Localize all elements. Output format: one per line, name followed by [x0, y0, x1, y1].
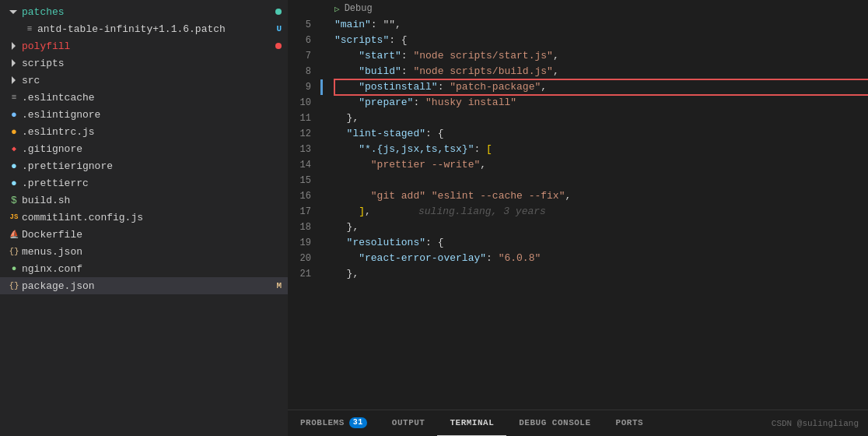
sidebar-item-eslintignore[interactable]: ● .eslintignore [0, 106, 288, 123]
line-gutter-13 [320, 142, 334, 157]
line-number-7: 7 [288, 48, 320, 64]
line-content-14: "prettier --write", [334, 157, 868, 173]
sidebar-item-gitignore[interactable]: ◆ .gitignore [0, 140, 288, 157]
sidebar: patches ≡ antd-table-infinity+1.1.6.patc… [0, 0, 288, 436]
sidebar-item-eslintcache[interactable]: ≡ .eslintcache [0, 89, 288, 106]
line-content-11: }, [334, 111, 868, 126]
token: "patch-package" [450, 81, 541, 93]
token: : { [389, 34, 407, 46]
file-diamond-icon: ◆ [6, 144, 22, 153]
sidebar-item-prettierignore[interactable]: ● .prettierignore [0, 157, 288, 174]
token: "node scripts/start.js" [413, 50, 552, 62]
tab-debug-console[interactable]: DEBUG CONSOLE [506, 410, 603, 436]
chevron-right-icon [6, 42, 22, 50]
line-gutter-7 [320, 48, 334, 64]
code-line-5: 5 "main": "", [288, 17, 868, 33]
token: , [365, 206, 371, 217]
line-content-7: "start": "node scripts/start.js", [334, 48, 868, 64]
code-line-20: 20 "react-error-overlay": "6.0.8" [288, 251, 868, 266]
sidebar-label-prettierignore: .prettierignore [22, 160, 282, 172]
token: "6.0.8" [499, 252, 541, 264]
bottom-panel: PROBLEMS 31 OUTPUT TERMINAL DEBUG CONSOL… [288, 410, 868, 436]
tab-terminal[interactable]: TERMINAL [437, 410, 506, 436]
tab-output[interactable]: OUTPUT [380, 410, 438, 436]
csdn-label: CSDN @sulingliang [772, 419, 859, 428]
line-gutter-16 [320, 188, 334, 204]
sidebar-item-packagejson[interactable]: {} package.json M [0, 277, 288, 294]
line-content-16: "git add" [334, 188, 868, 204]
line-content-20: "react-error-overlay": "6.0.8" [334, 251, 868, 266]
sidebar-item-patches[interactable]: patches [0, 3, 288, 20]
sidebar-item-buildsh[interactable]: $ build.sh [0, 192, 288, 209]
token: , [553, 50, 559, 62]
file-docker-icon: ⛵ [6, 230, 22, 239]
sidebar-item-patch-file[interactable]: ≡ antd-table-infinity+1.1.6.patch U [0, 20, 288, 37]
line-number-15: 15 [288, 173, 320, 188]
sidebar-label-nginxconf: nginx.conf [22, 263, 282, 275]
chevron-right-icon-src [6, 76, 22, 84]
code-line-10: 10 "prepare": "husky install" [288, 95, 868, 111]
token: "resolutions" [334, 237, 425, 248]
line-gutter-20 [320, 251, 334, 266]
code-line-18: 18 }, [288, 220, 868, 235]
sidebar-item-polyfill[interactable]: polyfill [0, 37, 288, 54]
tab-ports[interactable]: PORTS [604, 410, 656, 436]
chevron-down-icon [6, 10, 22, 14]
token: "main" [334, 19, 371, 30]
token: : [401, 65, 414, 77]
line-gutter-11 [320, 111, 334, 126]
sidebar-item-eslintrc[interactable]: ● .eslintrc.js [0, 123, 288, 140]
tab-problems[interactable]: PROBLEMS 31 [288, 410, 380, 436]
sidebar-label-dockerfile: Dockerfile [22, 229, 282, 241]
code-line-13: 13 "*.{js,jsx,ts,tsx}": [ [288, 142, 868, 157]
line-gutter-10 [320, 95, 334, 111]
token: : [486, 252, 499, 264]
token: "husky install" [425, 97, 516, 108]
line-content-19: "resolutions": { [334, 235, 868, 251]
line-content-9: "postinstall": "patch-package", [334, 79, 868, 95]
sidebar-item-src[interactable]: src [0, 72, 288, 89]
token: }, [334, 268, 359, 280]
code-line-16: 16 "git add" [288, 188, 868, 204]
line-gutter-8 [320, 64, 334, 79]
line-content-17: ], [334, 204, 868, 220]
sidebar-item-prettierrc[interactable]: ● .prettierrc [0, 174, 288, 192]
line-gutter-5 [320, 17, 334, 33]
sidebar-item-dockerfile[interactable]: ⛵ Dockerfile [0, 226, 288, 243]
sidebar-item-scripts[interactable]: scripts [0, 54, 288, 72]
sidebar-item-nginxconf[interactable]: ● nginx.conf [0, 260, 288, 277]
line-content-10: "prepare": "husky install" [334, 95, 868, 111]
file-gray-icon: ● [6, 160, 22, 172]
sidebar-label-eslintignore: .eslintignore [22, 109, 282, 121]
status-dot [275, 9, 282, 15]
line-number-21: 21 [288, 266, 320, 282]
sidebar-label-buildsh: build.sh [22, 195, 282, 206]
sidebar-label-prettierrc: .prettierrc [22, 178, 282, 189]
sidebar-label-eslintrc: .eslintrc.js [22, 126, 282, 138]
file-patch-icon: ≡ [22, 24, 37, 33]
code-line-15: 15 "eslint --cache --fix", suling.liang,… [288, 173, 868, 188]
file-orange-icon: ● [6, 126, 22, 138]
line-gutter-9 [320, 79, 334, 95]
line-number-18: 18 [288, 220, 320, 235]
token: "prepare" [334, 97, 413, 108]
token: "start" [334, 50, 401, 62]
sidebar-label-eslintcache: .eslintcache [22, 92, 282, 104]
file-braces2-icon: {} [6, 281, 22, 290]
token: "lint-staged" [334, 128, 425, 139]
code-line-21: 21 }, [288, 266, 868, 282]
line-number-19: 19 [288, 235, 320, 251]
token: "postinstall" [334, 81, 438, 93]
token: : [401, 50, 414, 62]
panel-spacer [656, 410, 772, 436]
panel-right-label: CSDN @sulingliang [772, 410, 868, 436]
code-view[interactable]: 5 "main": "", 6 "scripts": { 7 "start": … [288, 17, 868, 410]
tab-terminal-label: TERMINAL [450, 418, 494, 427]
token: "node scripts/build.js" [413, 65, 552, 77]
sidebar-item-commitlint[interactable]: JS commitlint.config.js [0, 209, 288, 226]
line-content-5: "main": "", [334, 17, 868, 33]
debug-label: Debug [345, 3, 373, 14]
sidebar-label-patch-file: antd-table-infinity+1.1.6.patch [37, 23, 273, 35]
sidebar-item-menusjson[interactable]: {} menus.json [0, 243, 288, 260]
file-badge-m: M [276, 281, 282, 290]
